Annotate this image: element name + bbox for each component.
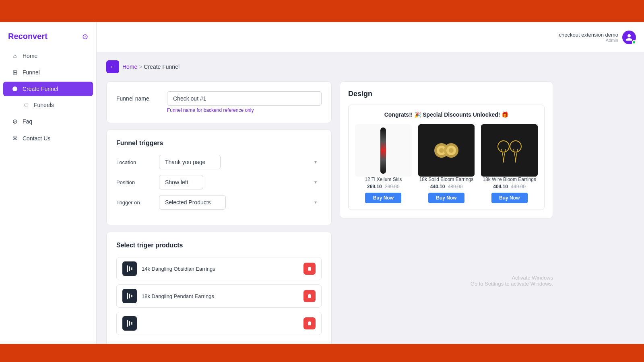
- design-product-name-1: 18k Solid Bloom Earrings: [418, 177, 475, 182]
- funnel-triggers-card: Funnel triggers Location Thank you page …: [106, 130, 332, 225]
- watermark-line2: Go to Settings to activate Windows.: [340, 281, 553, 287]
- create-funnel-icon: [11, 86, 19, 91]
- design-product-img-0: [355, 124, 412, 177]
- design-product-2: 18k Wire Bloom Earrings 404.10 449.00 Bu…: [481, 124, 538, 203]
- bottom-bar: [0, 344, 644, 362]
- sidebar: Reconvert ⊙ ⌂ Home ⊞ Funnel Create Funne…: [0, 22, 97, 344]
- location-row: Location Thank you page: [116, 155, 322, 169]
- brand-icon: ⊙: [82, 32, 88, 41]
- sidebar-item-home-label: Home: [23, 53, 37, 59]
- header-right: checkout extension demo Admin: [559, 31, 636, 44]
- funeels-icon: [23, 103, 30, 107]
- svg-rect-1: [129, 266, 130, 271]
- design-product-prices-2: 404.10 449.00: [481, 184, 538, 189]
- faq-icon: ⊘: [11, 118, 19, 125]
- price-new-1: 440.10: [430, 184, 445, 189]
- sidebar-item-create-funnel[interactable]: Create Funnel: [3, 82, 93, 96]
- design-preview: Congrats!! 🎉 Special Discounts Unlocked!…: [348, 105, 545, 210]
- design-title: Design: [348, 90, 545, 98]
- breadcrumb-home[interactable]: Home: [122, 64, 137, 70]
- svg-rect-6: [127, 320, 128, 327]
- store-name: checkout extension demo: [559, 32, 618, 38]
- design-product-img-1: [418, 124, 475, 177]
- svg-rect-4: [129, 294, 130, 298]
- trigger-on-row: Trigger on Selected Products: [116, 195, 322, 210]
- location-select-wrapper: Thank you page: [159, 155, 322, 169]
- price-new-0: 269.10: [367, 184, 382, 189]
- trigger-on-select-wrapper: Selected Products: [159, 195, 322, 210]
- svg-point-11: [439, 148, 444, 153]
- svg-rect-7: [129, 321, 130, 326]
- buy-button-0[interactable]: Buy Now: [365, 193, 401, 203]
- sidebar-item-funnel[interactable]: ⊞ Funnel: [3, 65, 93, 80]
- sidebar-item-create-funnel-label: Create Funnel: [23, 86, 58, 92]
- product-item-2: [116, 312, 322, 335]
- price-new-2: 404.10: [493, 184, 508, 189]
- design-product-img-2: [481, 124, 538, 177]
- online-dot: [632, 40, 636, 44]
- watermark: Activate Windows Go to Settings to activ…: [340, 275, 553, 287]
- top-bar: [0, 0, 644, 22]
- funnel-icon: ⊞: [11, 69, 19, 76]
- product-item-0: 14k Dangling Obsidian Earrings: [116, 257, 322, 280]
- price-old-0: 299.00: [385, 184, 400, 189]
- funnel-name-input[interactable]: [167, 91, 322, 106]
- product-name-1: 18k Dangling Pendant Earrings: [142, 293, 214, 299]
- position-select[interactable]: Show left: [159, 175, 203, 189]
- products-grid: 12 Ti Xelium Skis 269.10 299.00 Buy Now: [355, 124, 538, 203]
- admin-role: Admin: [559, 38, 618, 43]
- design-card: Design Congrats!! 🎉 Special Discounts Un…: [340, 81, 553, 218]
- breadcrumb-separator: >: [139, 64, 142, 70]
- sidebar-item-funeels-label: Funeels: [34, 102, 54, 108]
- sidebar-item-home[interactable]: ⌂ Home: [3, 48, 93, 63]
- svg-rect-0: [127, 265, 128, 272]
- product-thumb-1: [122, 289, 137, 303]
- funnel-name-hint: Funnel name for backend reference only: [167, 107, 322, 113]
- congrats-banner: Congrats!! 🎉 Special Discounts Unlocked!…: [355, 111, 538, 118]
- contact-icon: ✉: [11, 135, 19, 142]
- sidebar-item-funnel-label: Funnel: [23, 69, 40, 76]
- delete-product-2[interactable]: [303, 317, 316, 329]
- trigger-products-title: Select triger products: [116, 242, 322, 249]
- position-select-wrapper: Show left: [159, 175, 322, 189]
- sidebar-item-funeels[interactable]: Funeels: [3, 98, 93, 112]
- delete-product-0[interactable]: [303, 263, 316, 275]
- brand-name: Reconvert: [8, 32, 47, 41]
- position-label: Position: [116, 179, 153, 185]
- watermark-line1: Activate Windows: [340, 275, 553, 281]
- funnel-triggers-title: Funnel triggers: [116, 140, 322, 147]
- trigger-on-select[interactable]: Selected Products: [159, 195, 226, 210]
- avatar: [622, 31, 636, 44]
- svg-rect-5: [131, 295, 132, 298]
- svg-rect-2: [131, 267, 132, 270]
- back-button[interactable]: ←: [106, 60, 119, 73]
- svg-point-15: [498, 141, 509, 152]
- buy-button-2[interactable]: Buy Now: [491, 193, 528, 203]
- location-label: Location: [116, 159, 153, 165]
- price-old-2: 449.00: [511, 184, 526, 189]
- sidebar-item-faq[interactable]: ⊘ Faq: [3, 114, 93, 129]
- sidebar-item-contact-label: Contact Us: [23, 135, 50, 142]
- design-product-1: 18k Solid Bloom Earrings 440.10 489.00 B…: [418, 124, 475, 203]
- sidebar-item-faq-label: Faq: [23, 118, 32, 125]
- product-thumb-2: [122, 316, 137, 331]
- product-name-0: 14k Dangling Obsidian Earrings: [142, 266, 215, 272]
- delete-product-1[interactable]: [303, 290, 316, 302]
- breadcrumb-current: Create Funnel: [144, 64, 180, 70]
- location-select[interactable]: Thank you page: [159, 155, 221, 169]
- sidebar-item-contact[interactable]: ✉ Contact Us: [3, 131, 93, 146]
- breadcrumb: ← Home > Create Funnel: [106, 60, 634, 73]
- home-icon: ⌂: [11, 52, 19, 59]
- design-product-name-0: 12 Ti Xelium Skis: [355, 177, 412, 182]
- svg-rect-8: [131, 322, 132, 325]
- buy-button-1[interactable]: Buy Now: [428, 193, 464, 203]
- design-product-name-2: 18k Wire Bloom Earrings: [481, 177, 538, 182]
- design-product-0: 12 Ti Xelium Skis 269.10 299.00 Buy Now: [355, 124, 412, 203]
- trigger-products-card: Select triger products 14k Dangling Obsi…: [106, 232, 332, 344]
- funnel-name-label: Funnel name: [116, 91, 161, 102]
- product-thumb-0: [122, 261, 137, 276]
- design-product-prices-1: 440.10 489.00: [418, 184, 475, 189]
- position-row: Position Show left: [116, 175, 322, 189]
- trigger-on-label: Trigger on: [116, 200, 153, 206]
- svg-point-16: [510, 141, 521, 152]
